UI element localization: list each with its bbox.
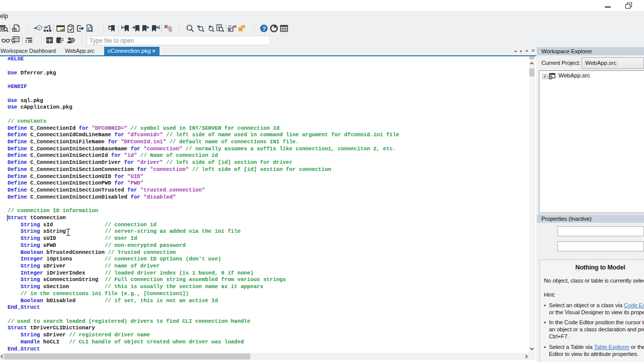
svg-text:ab: ab xyxy=(232,24,236,29)
svg-text:?: ? xyxy=(263,26,266,32)
